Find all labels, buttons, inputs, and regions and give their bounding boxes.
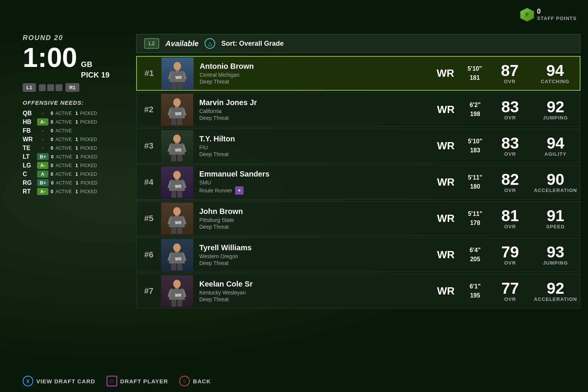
player-rank: #3 xyxy=(137,141,161,151)
svg-rect-14 xyxy=(177,155,182,161)
svg-text:WR: WR xyxy=(175,112,182,116)
stat-value-right: 94 xyxy=(547,135,565,151)
svg-point-20 xyxy=(173,207,181,215)
player-position: WR xyxy=(431,104,461,116)
player-row[interactable]: #5 WR xyxy=(136,201,580,236)
l1-button[interactable]: L1 xyxy=(23,83,36,92)
ovr-value: 87 xyxy=(501,63,519,79)
header-badge: L2 xyxy=(144,38,159,49)
stat-value-right: 93 xyxy=(547,244,565,260)
player-style: Deep Threat xyxy=(199,115,425,121)
active-picked: 0 ACTIVE 1 PICKED xyxy=(51,172,97,177)
player-row[interactable]: #3 WR xyxy=(136,129,580,163)
player-school: FIU xyxy=(199,144,425,150)
stat-label-right: SPEED xyxy=(546,224,565,229)
player-rank: #1 xyxy=(137,68,161,78)
needs-row-c: CA0 ACTIVE 1 PICKED xyxy=(23,170,129,178)
player-name: John Brown xyxy=(199,207,425,216)
control-btn-draft-player[interactable]: □ DRAFT PLAYER xyxy=(107,376,168,386)
staff-count: 0 xyxy=(537,8,577,15)
svg-rect-8 xyxy=(171,118,176,125)
player-rank: #2 xyxy=(137,105,161,115)
pos-label: HB xyxy=(23,119,35,126)
needs-row-hb: HBA-0 ACTIVE 1 PICKED xyxy=(23,118,129,126)
stat-value-right: 92 xyxy=(547,280,565,296)
grade-badge: - xyxy=(37,136,48,143)
player-style: Deep Threat xyxy=(200,79,424,85)
stat-label-right: ACCELERATION xyxy=(534,187,577,193)
player-info: Emmanuel Sanders SMU Route Runner ✦ xyxy=(193,167,431,198)
player-row[interactable]: #6 WR xyxy=(136,237,580,272)
grade-badge: - xyxy=(37,144,48,152)
needs-row-fb: FB-0 ACTIVE xyxy=(23,127,129,134)
player-avatar: WR xyxy=(161,166,193,198)
players-list: #1 WR xyxy=(136,56,580,308)
pos-label: TE xyxy=(23,145,35,152)
active-picked: 0 ACTIVE 1 PICKED xyxy=(51,146,97,151)
svg-rect-24 xyxy=(177,227,182,234)
svg-text:WR: WR xyxy=(175,76,182,80)
player-avatar: WR xyxy=(161,57,194,90)
player-avatar: WR xyxy=(161,94,193,126)
player-row[interactable]: #1 WR xyxy=(136,56,580,91)
player-silhouette-icon: WR xyxy=(163,205,191,235)
grade-badge: A- xyxy=(37,118,48,126)
stat-value-right: 90 xyxy=(547,172,565,187)
svg-rect-28 xyxy=(171,263,176,270)
player-info: John Brown Pittsburg State Deep Threat xyxy=(193,204,431,233)
player-name: Emmanuel Sanders xyxy=(199,170,425,178)
stat-block-right: 94 CATCHING xyxy=(531,63,580,84)
ovr-label: OVR xyxy=(504,187,516,193)
svg-rect-18 xyxy=(171,191,176,198)
player-avatar: WR xyxy=(161,130,193,162)
ovr-label: OVR xyxy=(504,151,516,157)
svg-point-25 xyxy=(173,243,181,252)
control-label: DRAFT PLAYER xyxy=(120,378,168,384)
svg-rect-3 xyxy=(172,82,177,89)
player-silhouette-icon: WR xyxy=(163,132,191,162)
lb-square-1 xyxy=(39,84,46,91)
player-rank: #4 xyxy=(137,177,161,187)
ovr-block: 79 OVR xyxy=(489,244,531,266)
ovr-label: OVR xyxy=(504,260,516,266)
bottom-controls: X VIEW DRAFT CARD □ DRAFT PLAYER ○ BACK xyxy=(23,376,211,386)
stat-block-right: 92 ACCELERATION xyxy=(531,280,580,302)
player-height-weight: 5'11"178 xyxy=(461,209,489,228)
player-row[interactable]: #7 WR xyxy=(136,274,580,308)
needs-row-qb: QB-0 ACTIVE 1 PICKED xyxy=(23,110,129,117)
player-row[interactable]: #4 WR xyxy=(136,165,580,200)
player-info: Keelan Cole Sr Kentucky Wesleyan Deep Th… xyxy=(193,277,431,305)
control-btn-view-draft-card[interactable]: X VIEW DRAFT CARD xyxy=(23,376,95,386)
player-style: Deep Threat xyxy=(199,260,425,266)
control-btn-back[interactable]: ○ BACK xyxy=(179,376,211,386)
player-row[interactable]: #2 WR xyxy=(136,92,580,127)
player-name: Marvin Jones Jr xyxy=(199,98,425,107)
gb-info: GB PICK 19 xyxy=(81,59,110,80)
player-height-weight: 6'4"205 xyxy=(461,246,489,264)
player-school: Kentucky Wesleyan xyxy=(199,290,425,296)
player-name: Antonio Brown xyxy=(200,62,424,71)
player-position: WR xyxy=(431,285,461,297)
pos-label: WR xyxy=(23,136,35,143)
player-name: T.Y. Hilton xyxy=(199,135,425,143)
player-style: Deep Threat xyxy=(199,296,425,302)
lb-square-2 xyxy=(47,84,54,91)
player-height-weight: 6'1"195 xyxy=(461,282,489,300)
active-picked: 0 ACTIVE 1 PICKED xyxy=(51,137,97,142)
pos-label: RT xyxy=(23,188,35,195)
active-picked: 0 ACTIVE 1 PICKED xyxy=(51,163,97,168)
player-height-weight: 5'10"181 xyxy=(461,64,489,82)
svg-rect-4 xyxy=(178,82,183,89)
player-silhouette-icon: WR xyxy=(163,241,191,271)
svg-rect-34 xyxy=(177,300,182,307)
player-height-weight: 6'2"198 xyxy=(461,101,489,119)
active-picked: 0 ACTIVE 1 PICKED xyxy=(51,189,97,194)
pick-text: PICK 19 xyxy=(81,70,110,80)
r1-button[interactable]: R1 xyxy=(65,83,79,92)
svg-rect-23 xyxy=(171,227,176,234)
player-name: Keelan Cole Sr xyxy=(199,280,425,288)
svg-point-0 xyxy=(174,62,181,70)
stat-value-right: 94 xyxy=(546,63,564,79)
needs-row-lt: LTB+0 ACTIVE 1 PICKED xyxy=(23,153,129,160)
grade-badge: - xyxy=(37,127,48,134)
